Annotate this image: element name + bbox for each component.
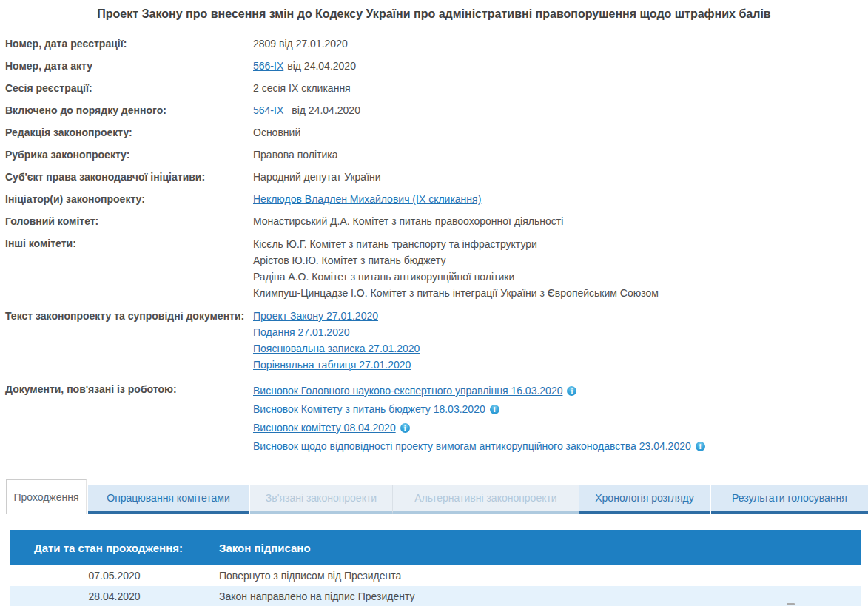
document-link[interactable]: Висновок комітету 08.04.2020 [253,422,396,434]
info-icon[interactable] [400,423,410,433]
tabs-bar: Проходження Опрацювання комітетами Зв'яз… [0,479,868,514]
bill-page: Проект Закону про внесення змін до Кодек… [0,7,868,606]
rubric-value: Правова політика [253,147,868,163]
committee-line: Кісєль Ю.Г. Комітет з питань транспорту … [253,236,868,252]
agenda-number-link[interactable]: 564-IX [253,104,283,116]
scrollbar-thumb[interactable] [787,603,795,605]
detail-label: Рубрика законопроекту: [5,147,253,163]
committee-line: Радіна А.О. Комітет з питань антикорупці… [253,269,868,285]
status-table-header: Дати та стан проходження: Закон підписан… [10,530,861,565]
tab-panel-prohodzhennia: Дати та стан проходження: Закон підписан… [7,514,868,606]
detail-row-registration: Номер, дата реєстрації: 2809 від 27.01.2… [0,36,868,52]
detail-label: Ініціатор(и) законопроекту: [5,192,253,207]
detail-row-redaction: Редакція законопроекту: Основний [0,125,868,141]
act-date: від 24.04.2020 [287,60,356,72]
registration-value: 2809 від 27.01.2020 [253,36,868,52]
detail-row-agenda: Включено до порядку денного: 564-IXвід 2… [0,103,868,118]
tab-alternatyvni-zakonoproekty: Альтернативні законопроекти [393,485,579,514]
tab-khronologiia-rozghliadu[interactable]: Хронологія розгляду [579,485,710,514]
row-date: 07.05.2020 [10,570,219,582]
act-value: 566-IXвід 24.04.2020 [253,58,868,74]
detail-label: Включено до порядку денного: [5,103,253,118]
committee-line: Климпуш-Цинцадзе І.О. Комітет з питань і… [253,285,868,301]
redaction-value: Основний [253,125,868,141]
table-row: 07.05.2020 Повернуто з підписом від През… [10,565,861,586]
detail-row-main-committee: Головний комітет: Монастирський Д.А. Ком… [0,214,868,229]
info-icon[interactable] [696,442,705,451]
detail-row-act: Номер, дата акту 566-IXвід 24.04.2020 [0,58,868,74]
status-table: Дати та стан проходження: Закон підписан… [10,530,861,606]
detail-row-rubric: Рубрика законопроекту: Правова політика [0,147,868,163]
document-link[interactable]: Висновок Комітету з питань бюджету 18.03… [253,403,485,415]
detail-row-initiative-subject: Суб'єкт права законодавчої ініціативи: Н… [0,169,868,185]
row-status: Закон направлено на підпис Президенту [219,590,861,602]
main-committee-value: Монастирський Д.А. Комітет з питань прав… [253,214,868,229]
agenda-value: 564-IXвід 24.04.2020 [253,103,868,118]
detail-row-initiator: Ініціатор(и) законопроекту: Неклюдов Вла… [0,192,868,207]
info-icon[interactable] [567,386,576,396]
row-status: Повернуто з підписом від Президента [219,570,861,582]
session-value: 2 сесія IX скликання [253,81,868,96]
detail-row-related-documents: Документи, пов'язані із роботою: Висново… [0,382,868,456]
detail-label: Редакція законопроекту: [5,125,253,141]
tab-prohodzhennia[interactable]: Проходження [6,479,87,514]
initiator-link[interactable]: Неклюдов Владлен Михайлович (IX скликанн… [253,193,481,205]
initiator-value: Неклюдов Владлен Михайлович (IX скликанн… [253,192,868,207]
column-header-status: Закон підписано [219,542,861,554]
bill-details: Номер, дата реєстрації: 2809 від 27.01.2… [0,36,868,456]
detail-row-session: Сесія реєстрації: 2 сесія IX скликання [0,81,868,96]
committee-line: Арістов Ю.Ю. Комітет з питань бюджету [253,252,868,269]
act-number-link[interactable]: 566-IX [253,60,283,72]
document-link[interactable]: Висновок щодо відповідності проекту вимо… [253,440,691,452]
initiative-subject-value: Народний депутат України [253,169,868,185]
document-link[interactable]: Подання 27.01.2020 [253,326,350,338]
document-link[interactable]: Проект Закону 27.01.2020 [253,310,378,322]
tab-zviazani-zakonoproekty: Зв'язані законопроекти [250,485,393,514]
detail-label: Суб'єкт права законодавчої ініціативи: [5,169,253,185]
detail-row-bill-documents: Текст законопроекту та супровідні докуме… [0,308,868,373]
tab-opratsiuvannia-komitetamy[interactable]: Опрацювання комітетами [88,485,249,514]
document-link[interactable]: Висновок Головного науково-експертного у… [253,385,562,397]
row-date: 28.04.2020 [10,590,219,602]
detail-label: Документи, пов'язані із роботою: [5,382,253,456]
detail-label: Головний комітет: [5,214,253,229]
other-committees-list: Кісєль Ю.Г. Комітет з питань транспорту … [253,236,868,301]
column-header-dates: Дати та стан проходження: [10,542,219,554]
document-link[interactable]: Порівняльна таблиця 27.01.2020 [253,359,411,371]
detail-label: Номер, дата акту [5,58,253,74]
detail-label: Текст законопроекту та супровідні докуме… [5,308,253,373]
related-documents-list: Висновок Головного науково-експертного у… [253,382,868,456]
tab-rezultaty-holosuvannia[interactable]: Результати голосування [711,485,868,514]
table-row: 28.04.2020 Закон направлено на підпис Пр… [10,586,861,606]
detail-label: Номер, дата реєстрації: [5,36,253,52]
detail-label: Інші комітети: [5,236,253,301]
detail-row-other-committees: Інші комітети: Кісєль Ю.Г. Комітет з пит… [0,236,868,301]
info-icon[interactable] [490,405,499,414]
detail-label: Сесія реєстрації: [5,81,253,96]
document-link[interactable]: Пояснювальна записка 27.01.2020 [253,343,420,354]
agenda-date: від 24.04.2020 [292,104,360,116]
bill-documents-list: Проект Закону 27.01.2020 Подання 27.01.2… [253,308,868,373]
page-title: Проект Закону про внесення змін до Кодек… [7,7,861,21]
